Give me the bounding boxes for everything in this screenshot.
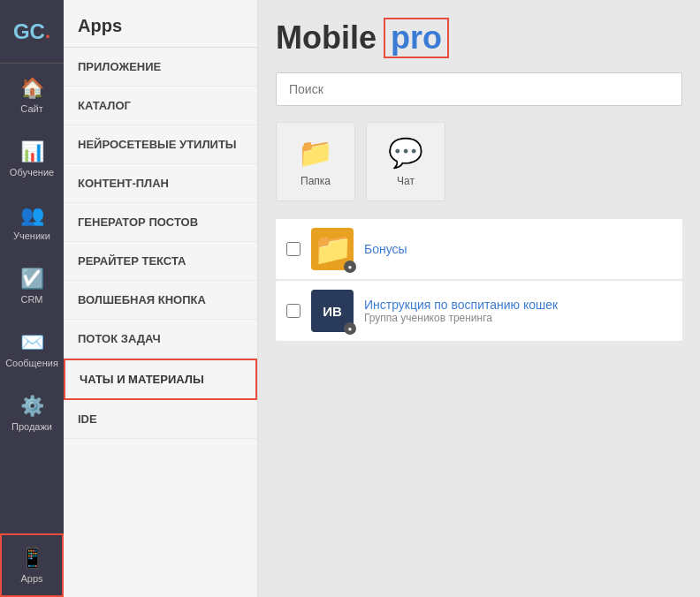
sales-icon: ⚙️ <box>20 395 44 418</box>
main-content: Mobile pro 📁 Папка 💬 Чат 📁 ● Бонусы ИВ ● <box>258 0 700 597</box>
education-icon: 📊 <box>20 140 44 163</box>
students-icon: 👥 <box>20 204 44 227</box>
cards-row: 📁 Папка 💬 Чат <box>276 122 682 201</box>
list-info-bonusy: Бонусы <box>364 242 672 256</box>
site-icon: 🏠 <box>20 77 44 100</box>
sidebar-label-students: Ученики <box>13 230 50 241</box>
sidebar-label-site: Сайт <box>20 103 42 114</box>
card-chat-label: Чат <box>397 175 415 187</box>
menu-item-app[interactable]: ПРИЛОЖЕНИЕ <box>64 48 257 87</box>
page-title: Mobile pro <box>276 18 682 58</box>
logo-dot: . <box>45 20 50 43</box>
card-folder-label: Папка <box>301 175 331 187</box>
menu-header: Apps <box>64 0 257 48</box>
menu-item-task-flow[interactable]: ПОТОК ЗАДАЧ <box>64 320 257 359</box>
chat-card-icon: 💬 <box>388 136 423 170</box>
menu-item-chats-materials[interactable]: ЧАТЫ И МАТЕРИАЛЫ <box>64 359 257 400</box>
menu-item-catalog[interactable]: КАТАЛОГ <box>64 87 257 125</box>
sidebar-label-messages: Сообщения <box>5 358 58 368</box>
list-item-checkbox-instrukcia[interactable] <box>286 304 301 318</box>
sidebar-label-sales: Продажи <box>11 421 52 432</box>
sidebar-label-education: Обучение <box>10 167 54 178</box>
list-subtitle-instrukcia: Группа учеников тренинга <box>364 312 672 324</box>
dark-badge: ● <box>344 322 356 335</box>
apps-icon: 📱 <box>20 547 44 570</box>
menu-item-post-gen[interactable]: ГЕНЕРАТОР ПОСТОВ <box>64 203 257 242</box>
sidebar-item-education[interactable]: 📊 Обучение <box>0 127 64 191</box>
menu-item-ide[interactable]: IDE <box>64 400 257 439</box>
logo-gc: GC <box>13 19 45 44</box>
icon-sidebar: GC. 🏠 Сайт 📊 Обучение 👥 Ученики ☑️ CRM ✉… <box>0 0 64 597</box>
list-item-checkbox-bonusy[interactable] <box>286 242 301 256</box>
sidebar-label-crm: CRM <box>20 294 42 305</box>
card-folder[interactable]: 📁 Папка <box>276 122 355 201</box>
crm-icon: ☑️ <box>20 268 44 291</box>
dark-thumbnail: ИВ ● <box>311 290 354 332</box>
menu-item-neural[interactable]: НЕЙРОСЕТЕВЫЕ УТИЛИТЫ <box>64 125 257 164</box>
sidebar-item-crm[interactable]: ☑️ CRM <box>0 254 64 318</box>
menu-item-rewriter[interactable]: РЕРАЙТЕР ТЕКСТА <box>64 242 257 281</box>
sidebar-item-students[interactable]: 👥 Ученики <box>0 191 64 254</box>
menu-item-magic-button[interactable]: ВОЛШЕБНАЯ КНОПКА <box>64 281 257 320</box>
list-item: 📁 ● Бонусы <box>276 219 682 279</box>
page-title-highlight: pro <box>384 18 449 58</box>
sidebar-label-apps: Apps <box>20 573 42 584</box>
folder-thumbnail: 📁 ● <box>311 228 354 270</box>
sidebar-item-sales[interactable]: ⚙️ Продажи <box>0 382 64 445</box>
list-title-instrukcia[interactable]: Инструкция по воспитанию кошек <box>364 298 672 312</box>
logo: GC. <box>0 0 64 64</box>
list-info-instrukcia: Инструкция по воспитанию кошек Группа уч… <box>364 298 672 324</box>
sidebar-item-site[interactable]: 🏠 Сайт <box>0 64 64 127</box>
dark-thumb-initials: ИВ <box>323 304 342 319</box>
folder-card-icon: 📁 <box>298 136 333 170</box>
list-item: ИВ ● Инструкция по воспитанию кошек Груп… <box>276 281 682 341</box>
card-chat[interactable]: 💬 Чат <box>366 122 445 201</box>
menu-item-content-plan[interactable]: КОНТЕНТ-ПЛАН <box>64 164 257 203</box>
sidebar-item-messages[interactable]: ✉️ Сообщения <box>0 318 64 382</box>
page-title-prefix: Mobile <box>276 19 377 57</box>
list-title-bonusy[interactable]: Бонусы <box>364 242 672 256</box>
search-input[interactable] <box>276 72 682 106</box>
messages-icon: ✉️ <box>20 331 44 354</box>
menu-sidebar: Apps ПРИЛОЖЕНИЕ КАТАЛОГ НЕЙРОСЕТЕВЫЕ УТИ… <box>64 0 258 597</box>
folder-badge: ● <box>344 261 356 273</box>
sidebar-item-apps[interactable]: 📱 Apps <box>0 533 64 597</box>
